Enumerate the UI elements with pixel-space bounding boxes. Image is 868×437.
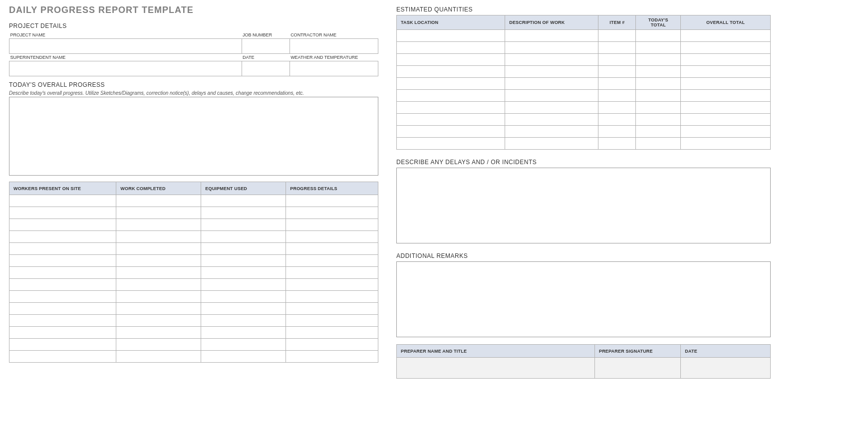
table-cell[interactable] (636, 30, 681, 42)
table-cell[interactable] (505, 78, 598, 90)
table-cell[interactable] (681, 102, 771, 114)
table-cell[interactable] (397, 102, 505, 114)
table-cell[interactable] (505, 66, 598, 78)
table-cell[interactable] (9, 207, 116, 219)
table-cell[interactable] (286, 303, 378, 315)
table-cell[interactable] (286, 267, 378, 279)
table-cell[interactable] (116, 267, 201, 279)
table-cell[interactable] (9, 219, 116, 231)
table-cell[interactable] (9, 339, 116, 351)
table-cell[interactable] (9, 243, 116, 255)
table-cell[interactable] (116, 255, 201, 267)
table-cell[interactable] (397, 66, 505, 78)
table-cell[interactable] (201, 291, 286, 303)
table-cell[interactable] (397, 30, 505, 42)
table-cell[interactable] (286, 279, 378, 291)
table-cell[interactable] (116, 231, 201, 243)
table-cell[interactable] (598, 126, 636, 138)
table-cell[interactable] (201, 219, 286, 231)
table-cell[interactable] (598, 90, 636, 102)
table-cell[interactable] (505, 114, 598, 126)
table-cell[interactable] (598, 114, 636, 126)
table-cell[interactable] (286, 219, 378, 231)
table-cell[interactable] (286, 291, 378, 303)
table-cell[interactable] (636, 54, 681, 66)
table-cell[interactable] (116, 207, 201, 219)
table-cell[interactable] (681, 66, 771, 78)
table-cell[interactable] (397, 78, 505, 90)
table-cell[interactable] (598, 54, 636, 66)
table-cell[interactable] (9, 267, 116, 279)
field-delays[interactable] (396, 168, 771, 243)
table-cell[interactable] (116, 339, 201, 351)
table-cell[interactable] (201, 303, 286, 315)
table-cell[interactable] (636, 78, 681, 90)
table-cell[interactable] (9, 195, 116, 207)
table-cell[interactable] (116, 195, 201, 207)
table-cell[interactable] (201, 339, 286, 351)
table-cell[interactable] (116, 279, 201, 291)
table-cell[interactable] (201, 327, 286, 339)
table-cell[interactable] (116, 351, 201, 363)
table-cell[interactable] (636, 66, 681, 78)
table-cell[interactable] (505, 54, 598, 66)
table-cell[interactable] (681, 54, 771, 66)
table-cell[interactable] (201, 195, 286, 207)
field-job-number[interactable] (242, 39, 289, 54)
table-cell[interactable] (598, 66, 636, 78)
table-cell[interactable] (598, 42, 636, 54)
field-superintendent-name[interactable] (9, 61, 242, 76)
field-todays-progress[interactable] (9, 97, 378, 176)
table-cell[interactable] (598, 102, 636, 114)
table-cell[interactable] (201, 255, 286, 267)
table-cell[interactable] (286, 255, 378, 267)
field-remarks[interactable] (396, 261, 771, 337)
table-cell[interactable] (116, 291, 201, 303)
table-cell[interactable] (286, 195, 378, 207)
table-cell[interactable] (9, 303, 116, 315)
table-cell[interactable] (505, 138, 598, 150)
table-cell[interactable] (116, 303, 201, 315)
table-cell[interactable] (397, 90, 505, 102)
field-sig-date[interactable] (681, 358, 771, 379)
table-cell[interactable] (598, 78, 636, 90)
table-cell[interactable] (636, 126, 681, 138)
table-cell[interactable] (681, 42, 771, 54)
table-cell[interactable] (505, 90, 598, 102)
table-cell[interactable] (681, 30, 771, 42)
table-cell[interactable] (286, 207, 378, 219)
table-cell[interactable] (201, 267, 286, 279)
field-preparer-signature[interactable] (594, 358, 680, 379)
table-cell[interactable] (397, 138, 505, 150)
table-cell[interactable] (397, 126, 505, 138)
table-cell[interactable] (286, 339, 378, 351)
table-cell[interactable] (598, 30, 636, 42)
table-cell[interactable] (9, 351, 116, 363)
table-cell[interactable] (681, 126, 771, 138)
table-cell[interactable] (397, 54, 505, 66)
table-cell[interactable] (681, 78, 771, 90)
table-cell[interactable] (681, 114, 771, 126)
table-cell[interactable] (201, 243, 286, 255)
table-cell[interactable] (397, 42, 505, 54)
table-cell[interactable] (286, 315, 378, 327)
table-cell[interactable] (9, 279, 116, 291)
table-cell[interactable] (201, 351, 286, 363)
table-cell[interactable] (636, 90, 681, 102)
field-project-name[interactable] (9, 39, 242, 54)
table-cell[interactable] (681, 138, 771, 150)
table-cell[interactable] (9, 231, 116, 243)
table-cell[interactable] (598, 138, 636, 150)
table-cell[interactable] (201, 231, 286, 243)
table-cell[interactable] (505, 30, 598, 42)
field-preparer-name[interactable] (397, 358, 595, 379)
table-cell[interactable] (286, 351, 378, 363)
table-cell[interactable] (505, 102, 598, 114)
table-cell[interactable] (116, 315, 201, 327)
table-cell[interactable] (397, 114, 505, 126)
table-cell[interactable] (681, 90, 771, 102)
table-cell[interactable] (9, 315, 116, 327)
field-contractor-name[interactable] (289, 39, 378, 54)
table-cell[interactable] (636, 138, 681, 150)
table-cell[interactable] (116, 219, 201, 231)
